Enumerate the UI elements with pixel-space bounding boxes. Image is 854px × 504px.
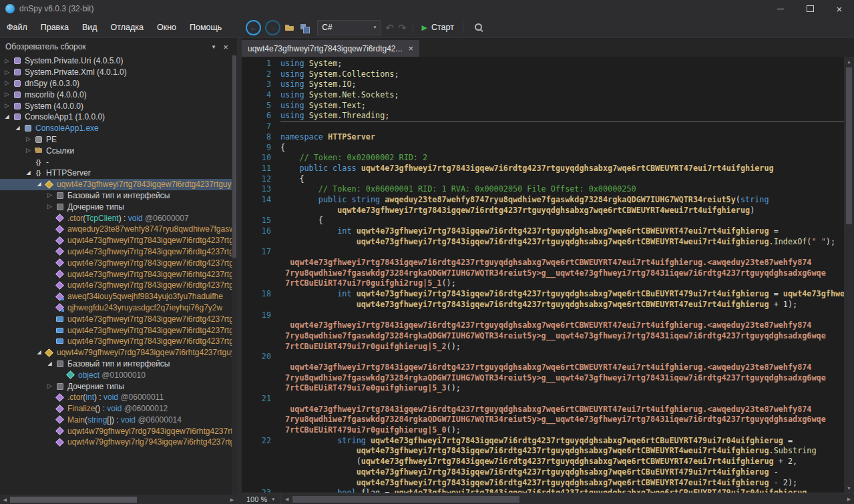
code-text[interactable] [280,394,844,405]
code-text[interactable]: public string awqeduy23te87wehfy8747ryu8… [280,195,844,206]
tree-horizontal-scrollbar[interactable]: ◀ ▶ [0,495,237,504]
code-line[interactable]: 4using System.Net.Sockets; [242,90,844,101]
code-line[interactable]: 3using System.IO; [242,79,844,90]
start-button[interactable]: ▶ Старт [419,23,457,32]
chevron-down-icon[interactable]: ▾ [208,43,220,50]
scrollbar-thumb[interactable] [10,497,137,503]
code-line[interactable]: 1using System; [242,59,844,69]
menu-item-1[interactable]: Файл [0,17,34,37]
code-text[interactable]: bool flag = uqwt4e73gfhweyi7rtg7843igqew… [280,488,844,493]
tree-item[interactable]: uqwt4w79gfhweyi7rlg7943igqew7i6rhtg4237r… [0,437,232,448]
code-text[interactable]: // Token: 0x02000002 RID: 2 [280,153,844,164]
save-all-button[interactable] [299,23,309,33]
expander-icon[interactable]: ▷ [2,80,12,86]
code-text[interactable]: uqwt4e73gfhweyi7rtg7843igqew7i6rdtg4237r… [280,258,844,268]
code-line[interactable]: 22string uqwt4e73gfhweyi7rtg7843igqew7i6… [242,436,844,447]
tree-item[interactable]: ▷Ссылки [0,145,232,156]
code-text[interactable]: 7rtCBuEUiRT479ui7r0guifghierug|5_2(); [280,342,844,352]
code-text[interactable]: { [280,143,844,154]
editor-horizontal-scrollbar[interactable]: ◀ ▶ [280,493,854,504]
expander-icon[interactable]: ▷ [23,136,33,142]
code-text[interactable]: 7ryu8qwdhiwe7fgaswkdg73284rgkaQDGW7IUHG7… [280,415,844,425]
code-text[interactable]: public class uqwt4e73gfhweyi7rtg7843igqe… [280,164,844,174]
code-text[interactable]: 7ryu8qwdhiwe7fgaswkdg73284rgkaQDGW7IUHG7… [280,268,844,279]
code-text[interactable]: uqwt4e73gfhweyi7rtg7843igqew7i6rdtg4237r… [280,446,844,457]
menu-item-6[interactable]: Помощь [183,17,228,37]
code-text[interactable]: using System.Text; [280,101,844,111]
code-text[interactable]: 7rtCBuEUiRT479ui7r0guifghierug|5_0(); [280,425,844,436]
code-text[interactable]: (uqwt4e73gfhweyi7rtg7843igqew7i6rdtg4237… [280,457,844,467]
code-line[interactable]: uqwt4e73gfhweyi7rtg7843igqew7i6rdtg4237r… [242,300,844,310]
tree-item[interactable]: ◢Базовый тип и интерфейсы [0,358,232,370]
code-line[interactable]: 5using System.Text; [242,101,844,111]
open-button[interactable] [284,23,295,33]
tree-item[interactable]: qjhwegfdu243yruyasdgcf2q7ieyhqi76g7y2w [0,302,232,314]
tree-item[interactable]: ◢uqwt4e73gfhweyi7rtg7843igqew7i6rdtg4237… [0,179,232,190]
code-text[interactable]: 7ryu8qwdhiwe7fgaswkdg73284rgkaQDGW7IUHG7… [280,373,844,384]
tree-item[interactable]: ▷System.Private.Xml (4.0.1.0) [0,67,232,78]
code-line[interactable]: 10// Token: 0x02000002 RID: 2 [242,153,844,164]
menu-item-4[interactable]: Отладка [104,17,150,37]
code-line[interactable]: 7ryu8qwdhiwe7fgaswkdg73284rgkaQDGW7IUHG7… [242,373,844,384]
code-line[interactable]: uqwt4e73gfhweyi7rtg7843igqew7i6rdtg4237r… [242,206,844,216]
close-button[interactable]: × [825,0,854,17]
tree-item[interactable]: ▷mscorlib (4.0.0.0) [0,89,232,100]
language-select[interactable]: C# ▼ [317,20,381,35]
code-line[interactable]: uqwt4e73gfhweyi7rtg7843igqew7i6rdtg4237r… [242,446,844,457]
code-line[interactable]: 15{ [242,216,844,226]
tree-item[interactable]: ▷System.Private.Uri (4.0.5.0) [0,55,232,67]
code-text[interactable]: uqwt4e73gfhweyi7rtg7843igqew7i6rdtg4237r… [280,405,844,415]
code-line[interactable]: 2using System.Collections; [242,69,844,80]
tree-item[interactable]: ▷Базовый тип и интерфейсы [0,190,232,202]
code-line[interactable]: 7ryu8qwdhiwe7fgaswkdg73284rgkaQDGW7IUHG7… [242,415,844,425]
scroll-right-icon[interactable]: ▶ [844,494,854,504]
scroll-up-icon[interactable]: ▲ [844,57,854,66]
code-line[interactable]: uqwt4e73gfhweyi7rtg7843igqew7i6rdtg4237r… [242,478,844,489]
expander-icon[interactable]: ◢ [2,114,12,119]
code-text[interactable]: uqwt4e73gfhweyi7rtg7843igqew7i6rdtg4237r… [280,362,844,373]
expander-icon[interactable]: ◢ [45,361,55,366]
code-line[interactable]: 12{ [242,174,844,185]
code-line[interactable]: 7ryu8qwdhiwe7fgaswkdg73284rgkaQDGW7IUHG7… [242,268,844,279]
scrollbar-thumb[interactable] [292,496,519,503]
expander-icon[interactable]: ◢ [34,182,44,187]
code-line[interactable]: 7rtCBuEUiRT47ui7r0guifghi2rug|5_1(); [242,278,844,289]
code-text[interactable]: uqwt4e73gfhweyi7rtg7843igqew7i6rdtg4237r… [280,300,844,310]
code-text[interactable]: int uqwt4e73gfhweyi7rtg7843igqew7i6rdtg4… [280,226,844,237]
code-text[interactable] [280,310,844,321]
code-line[interactable]: 21 [242,394,844,405]
menu-item-5[interactable]: Окно [150,17,183,37]
code-line[interactable]: uqwt4e73gfhweyi7rtg7843igqew7i6rdtg4237r… [242,320,844,331]
expander-icon[interactable]: ◢ [23,170,33,176]
tree-item[interactable]: ▷dnSpy (6.0.3.0) [0,78,232,89]
code-text[interactable]: using System; [280,59,844,69]
expander-icon[interactable]: ▷ [45,383,55,389]
tree-item[interactable]: uqwt4e73gfhweyi7rtg7843igqew7i6rdtg4237r… [0,324,232,336]
menu-item-3[interactable]: Вид [75,17,104,37]
code-text[interactable] [280,247,844,258]
code-line[interactable]: 13// Token: 0x06000001 RID: 1 RVA: 0x000… [242,184,844,195]
expander-icon[interactable]: ▷ [45,204,55,210]
restore-button[interactable] [795,0,825,17]
code-text[interactable]: uqwt4e73gfhweyi7rtg7843igqew7i6rdtg4237r… [280,467,844,478]
code-line[interactable]: 8namespace HTTPServer [242,132,844,143]
code-text[interactable]: { [280,216,844,226]
expander-icon[interactable]: ▷ [2,103,12,109]
code-line[interactable]: 20 [242,352,844,362]
code-line[interactable]: uqwt4e73gfhweyi7rtg7843igqew7i6rdtg4237r… [242,362,844,373]
zoom-select[interactable]: 100 % ▼ [242,493,280,504]
code-text[interactable]: uqwt4e73gfhweyi7rtg7843igqew7i6rdtg4237r… [280,237,844,248]
scrollbar-thumb[interactable] [846,67,852,224]
tree-item[interactable]: Finalize() : void @06000012 [0,403,232,415]
code-text[interactable]: int uqwt4e73gfhweyi7rtg7843igqew7i6rdtg4… [280,289,844,300]
code-line[interactable]: 7ryu8qwdhiwe7fgaswkdg73284rgkaQDGW7IUHG7… [242,331,844,342]
tree-item[interactable]: .ctor(int) : void @06000011 [0,392,232,403]
tree-item[interactable]: .ctor(TcpClient) : void @06000007 [0,212,232,224]
code-text[interactable] [280,121,844,132]
code-line[interactable]: uqwt4e73gfhweyi7rtg7843igqew7i6rdtg4237r… [242,258,844,268]
scroll-left-icon[interactable]: ◀ [0,495,10,504]
tree-item[interactable]: ◢uqwt4w79gfhweyi7rdg7843igqew7i6rhtg4237… [0,347,232,358]
expander-icon[interactable]: ▷ [2,69,12,75]
code-text[interactable]: using System.Collections; [280,69,844,80]
tree-item[interactable]: uqwt4e73gfhweyi7rtg7843igqew7i6rdtg4237r… [0,246,232,258]
